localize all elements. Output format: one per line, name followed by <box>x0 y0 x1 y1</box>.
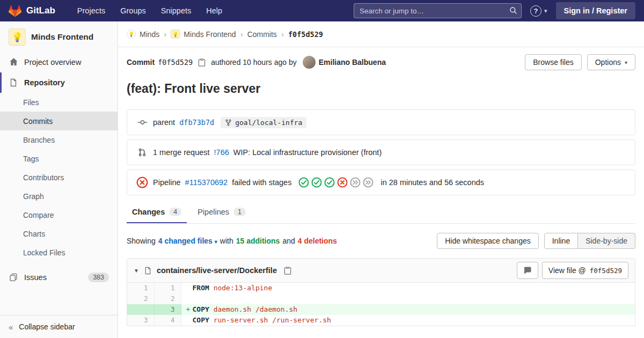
diff-file-container: ▼ containers/live-server/Dockerfile <box>127 258 635 326</box>
tab-pipelines[interactable]: Pipelines 1 <box>192 201 251 223</box>
sidebar-project-name: Minds Frontend <box>31 32 93 42</box>
sidebar-item-graph[interactable]: Graph <box>0 187 118 205</box>
code-token <box>209 284 214 292</box>
tab-pipelines-label: Pipelines <box>197 208 229 216</box>
merge-request-box: 1 merge request !766 WIP: Local infrastr… <box>127 139 635 165</box>
inline-view-button[interactable]: Inline <box>544 233 578 249</box>
code-token: COPY <box>193 316 209 324</box>
author-avatar[interactable] <box>303 56 316 69</box>
view-file-button[interactable]: View file @ f0f5d529 <box>542 262 628 279</box>
pipeline-stage-failed-icon[interactable] <box>337 177 348 188</box>
collapse-diff-caret-icon[interactable]: ▼ <box>134 268 139 274</box>
sidebar-item-files[interactable]: Files <box>0 93 118 112</box>
diff-controls-row: Showing 4 changed files ▾ with 15 additi… <box>127 224 635 258</box>
breadcrumb-group-link[interactable]: Minds <box>140 30 159 39</box>
old-line-number[interactable]: 1 <box>127 283 154 293</box>
nav-item-snippets[interactable]: Snippets <box>154 3 198 18</box>
sidebar-item-charts[interactable]: Charts <box>0 224 118 243</box>
comment-on-file-button[interactable] <box>517 262 538 279</box>
changed-files-dropdown[interactable]: 4 changed files ▾ <box>158 237 217 245</box>
old-line-number[interactable] <box>127 304 154 315</box>
sidebar-item-issues[interactable]: Issues 383 <box>0 267 118 288</box>
diff-code-cell: COPY run-server.sh /run-server.sh <box>181 315 635 326</box>
copy-file-path-button[interactable] <box>282 266 294 276</box>
new-line-number[interactable]: 1 <box>154 283 181 293</box>
options-label: Options <box>595 58 621 67</box>
parent-sha-link[interactable]: dfb73b7d <box>179 118 214 127</box>
side-by-side-view-button[interactable]: Side-by-side <box>578 233 635 249</box>
comment-bubble-icon <box>523 266 532 275</box>
brand-text: GitLab <box>26 5 55 16</box>
diff-code-cell: FROM node:13-alpine <box>181 283 635 293</box>
home-icon <box>9 57 18 67</box>
browse-files-button[interactable]: Browse files <box>525 54 581 70</box>
sidebar-item-project-overview[interactable]: Project overview <box>0 52 118 72</box>
search-input[interactable] <box>354 3 522 18</box>
pipeline-stage-success-icon[interactable] <box>324 177 335 188</box>
code-token: FROM <box>193 284 209 292</box>
old-line-number[interactable]: 3 <box>127 315 154 326</box>
question-mark-icon: ? <box>530 5 541 17</box>
pipeline-stage-skipped-icon[interactable] <box>363 177 374 188</box>
sidebar-item-locked-files[interactable]: Locked Files <box>0 243 118 262</box>
branch-name: goal/local-infra <box>235 119 302 127</box>
pipeline-stage-success-icon[interactable] <box>298 177 309 188</box>
help-dropdown[interactable]: ? ▾ <box>530 5 547 17</box>
pipeline-id-link[interactable]: #115370692 <box>185 178 228 187</box>
breadcrumb-commits-link[interactable]: Commits <box>247 30 277 39</box>
file-icon <box>144 267 152 275</box>
options-button[interactable]: Options ▾ <box>587 54 635 70</box>
commit-page: Commit f0f5d529 authored 10 hours ago by… <box>118 47 644 338</box>
diff-code-cell <box>181 293 635 304</box>
with-label: with <box>220 237 233 245</box>
chevron-down-icon: ▾ <box>625 60 627 65</box>
author-name-link[interactable]: Emiliano Balbuena <box>319 58 386 67</box>
diff-file-path[interactable]: containers/live-server/Dockerfile <box>157 266 277 275</box>
copy-commit-sha-button[interactable] <box>196 57 208 68</box>
sidebar-item-compare[interactable]: Compare <box>0 205 118 224</box>
sidebar-item-tags[interactable]: Tags <box>0 149 118 168</box>
pipeline-stage-skipped-icon[interactable] <box>350 177 361 188</box>
tab-changes-label: Changes <box>132 208 165 216</box>
sign-in-register-button[interactable]: Sign in / Register <box>556 2 635 19</box>
diff-code-cell: +COPY daemon.sh /daemon.sh <box>181 304 635 315</box>
gitlab-home-link[interactable]: GitLab <box>9 5 55 17</box>
tab-changes[interactable]: Changes 4 <box>127 201 187 223</box>
repository-submenu: Files Commits Branches Tags Contributors… <box>0 93 118 262</box>
collapse-sidebar-button[interactable]: « Collapse sidebar <box>0 315 118 338</box>
commit-label: Commit <box>127 58 155 67</box>
search-icon[interactable] <box>509 6 517 14</box>
pipeline-mini-graph <box>298 177 374 188</box>
new-line-number[interactable]: 4 <box>154 315 181 326</box>
new-line-number[interactable]: 3 <box>154 304 181 315</box>
diff-line-row: 11FROM node:13-alpine <box>127 283 635 293</box>
group-avatar: 💡 <box>127 30 136 39</box>
sidebar-project-header[interactable]: 💡 Minds Frontend <box>0 21 118 52</box>
old-line-number[interactable]: 2 <box>127 293 154 304</box>
merge-request-ref-link[interactable]: !766 <box>214 148 229 157</box>
nav-item-groups[interactable]: Groups <box>113 3 153 18</box>
project-avatar: 💡 <box>9 28 26 46</box>
breadcrumb: 💡 Minds › 💡 Minds Frontend › Commits › f… <box>118 21 644 47</box>
new-line-number[interactable]: 2 <box>154 293 181 304</box>
commit-meta-row: Commit f0f5d529 authored 10 hours ago by… <box>127 54 635 70</box>
sidebar-item-repository[interactable]: Repository <box>0 72 118 93</box>
pipeline-failed-status-icon <box>136 177 149 188</box>
issues-icon <box>9 273 18 282</box>
nav-item-projects[interactable]: Projects <box>70 3 112 18</box>
sidebar-item-contributors[interactable]: Contributors <box>0 168 118 187</box>
merge-request-title: WIP: Local infrastructure provisioner (f… <box>233 148 382 157</box>
branch-ref-pill[interactable]: goal/local-infra <box>221 117 306 128</box>
sidebar-item-commits[interactable]: Commits <box>0 112 118 130</box>
pipeline-stage-success-icon[interactable] <box>311 177 322 188</box>
sidebar-item-label: Issues <box>24 273 47 282</box>
sidebar-item-branches[interactable]: Branches <box>0 130 118 149</box>
nav-item-help[interactable]: Help <box>199 3 229 18</box>
merge-request-icon <box>136 148 149 157</box>
code-token: COPY <box>193 305 209 313</box>
breadcrumb-project-link[interactable]: Minds Frontend <box>184 30 236 39</box>
hide-whitespace-button[interactable]: Hide whitespace changes <box>437 233 539 249</box>
showing-label: Showing <box>127 237 156 245</box>
code-token: node:13-alpine <box>214 284 273 292</box>
commit-icon <box>136 119 149 126</box>
